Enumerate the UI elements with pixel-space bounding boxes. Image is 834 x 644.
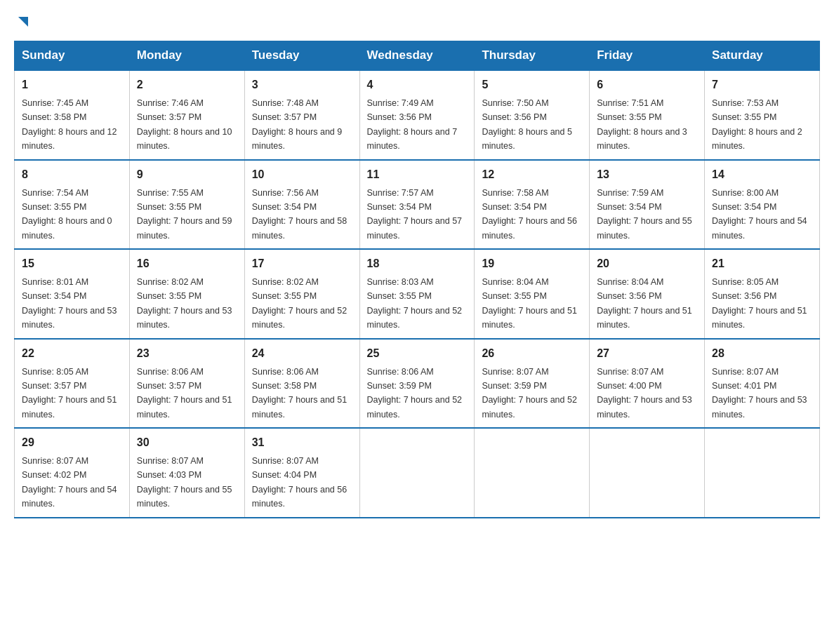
calendar-cell: 10 Sunrise: 7:56 AMSunset: 3:54 PMDaylig… xyxy=(244,160,359,250)
calendar-cell: 19 Sunrise: 8:04 AMSunset: 3:55 PMDaylig… xyxy=(475,249,590,339)
calendar-cell: 3 Sunrise: 7:48 AMSunset: 3:57 PMDayligh… xyxy=(244,70,359,160)
calendar-cell: 28 Sunrise: 8:07 AMSunset: 4:01 PMDaylig… xyxy=(705,339,820,429)
weekday-header-monday: Monday xyxy=(129,41,244,71)
calendar-cell xyxy=(590,428,705,518)
day-info: Sunrise: 7:51 AMSunset: 3:55 PMDaylight:… xyxy=(597,98,687,151)
day-number: 16 xyxy=(137,255,237,272)
day-info: Sunrise: 7:45 AMSunset: 3:58 PMDaylight:… xyxy=(22,98,117,151)
day-info: Sunrise: 8:05 AMSunset: 3:57 PMDaylight:… xyxy=(22,367,117,420)
day-info: Sunrise: 8:03 AMSunset: 3:55 PMDaylight:… xyxy=(367,277,463,330)
calendar-cell: 24 Sunrise: 8:06 AMSunset: 3:58 PMDaylig… xyxy=(244,339,359,429)
weekday-header-thursday: Thursday xyxy=(475,41,590,71)
day-number: 17 xyxy=(252,255,352,272)
week-row-1: 1 Sunrise: 7:45 AMSunset: 3:58 PMDayligh… xyxy=(15,70,820,160)
week-row-5: 29 Sunrise: 8:07 AMSunset: 4:02 PMDaylig… xyxy=(15,428,820,518)
calendar-cell: 15 Sunrise: 8:01 AMSunset: 3:54 PMDaylig… xyxy=(15,249,130,339)
logo xyxy=(14,14,31,29)
calendar-cell: 22 Sunrise: 8:05 AMSunset: 3:57 PMDaylig… xyxy=(15,339,130,429)
day-info: Sunrise: 8:06 AMSunset: 3:57 PMDaylight:… xyxy=(137,367,232,420)
calendar-cell: 31 Sunrise: 8:07 AMSunset: 4:04 PMDaylig… xyxy=(244,428,359,518)
day-info: Sunrise: 7:56 AMSunset: 3:54 PMDaylight:… xyxy=(252,188,348,241)
calendar-cell: 9 Sunrise: 7:55 AMSunset: 3:55 PMDayligh… xyxy=(129,160,244,250)
day-info: Sunrise: 8:07 AMSunset: 3:59 PMDaylight:… xyxy=(482,367,577,420)
day-number: 19 xyxy=(482,255,582,272)
day-info: Sunrise: 8:07 AMSunset: 4:04 PMDaylight:… xyxy=(252,456,348,509)
day-info: Sunrise: 8:07 AMSunset: 4:01 PMDaylight:… xyxy=(712,367,807,420)
day-info: Sunrise: 8:07 AMSunset: 4:02 PMDaylight:… xyxy=(22,456,117,509)
page-header xyxy=(14,14,820,29)
day-number: 20 xyxy=(597,255,697,272)
calendar-cell: 4 Sunrise: 7:49 AMSunset: 3:56 PMDayligh… xyxy=(359,70,475,160)
week-row-3: 15 Sunrise: 8:01 AMSunset: 3:54 PMDaylig… xyxy=(15,249,820,339)
weekday-header-sunday: Sunday xyxy=(15,41,130,71)
day-number: 10 xyxy=(252,166,352,183)
calendar-cell xyxy=(359,428,475,518)
day-info: Sunrise: 7:53 AMSunset: 3:55 PMDaylight:… xyxy=(712,98,802,151)
day-number: 14 xyxy=(712,166,812,183)
day-number: 23 xyxy=(137,345,237,362)
day-info: Sunrise: 8:06 AMSunset: 3:59 PMDaylight:… xyxy=(367,367,463,420)
day-info: Sunrise: 7:59 AMSunset: 3:54 PMDaylight:… xyxy=(597,188,692,241)
calendar-cell: 25 Sunrise: 8:06 AMSunset: 3:59 PMDaylig… xyxy=(359,339,475,429)
calendar-cell: 20 Sunrise: 8:04 AMSunset: 3:56 PMDaylig… xyxy=(590,249,705,339)
calendar-cell: 7 Sunrise: 7:53 AMSunset: 3:55 PMDayligh… xyxy=(705,70,820,160)
day-number: 6 xyxy=(597,76,697,93)
calendar-cell: 12 Sunrise: 7:58 AMSunset: 3:54 PMDaylig… xyxy=(475,160,590,250)
day-number: 12 xyxy=(482,166,582,183)
calendar-cell: 13 Sunrise: 7:59 AMSunset: 3:54 PMDaylig… xyxy=(590,160,705,250)
day-number: 3 xyxy=(252,76,352,93)
day-info: Sunrise: 8:00 AMSunset: 3:54 PMDaylight:… xyxy=(712,188,807,241)
calendar-cell: 8 Sunrise: 7:54 AMSunset: 3:55 PMDayligh… xyxy=(15,160,130,250)
calendar-cell: 5 Sunrise: 7:50 AMSunset: 3:56 PMDayligh… xyxy=(475,70,590,160)
day-number: 27 xyxy=(597,345,697,362)
day-number: 30 xyxy=(137,434,237,451)
calendar-cell: 23 Sunrise: 8:06 AMSunset: 3:57 PMDaylig… xyxy=(129,339,244,429)
day-info: Sunrise: 8:07 AMSunset: 4:00 PMDaylight:… xyxy=(597,367,692,420)
day-number: 5 xyxy=(482,76,582,93)
day-info: Sunrise: 7:54 AMSunset: 3:55 PMDaylight:… xyxy=(22,188,112,241)
day-number: 9 xyxy=(137,166,237,183)
day-info: Sunrise: 7:57 AMSunset: 3:54 PMDaylight:… xyxy=(367,188,463,241)
day-info: Sunrise: 8:05 AMSunset: 3:56 PMDaylight:… xyxy=(712,277,807,330)
day-number: 25 xyxy=(367,345,468,362)
calendar-cell: 2 Sunrise: 7:46 AMSunset: 3:57 PMDayligh… xyxy=(129,70,244,160)
day-number: 21 xyxy=(712,255,812,272)
day-info: Sunrise: 8:01 AMSunset: 3:54 PMDaylight:… xyxy=(22,277,117,330)
weekday-header-tuesday: Tuesday xyxy=(244,41,359,71)
day-number: 24 xyxy=(252,345,352,362)
day-info: Sunrise: 7:49 AMSunset: 3:56 PMDaylight:… xyxy=(367,98,458,151)
day-number: 18 xyxy=(367,255,468,272)
day-number: 2 xyxy=(137,76,237,93)
weekday-header-wednesday: Wednesday xyxy=(359,41,475,71)
day-info: Sunrise: 7:50 AMSunset: 3:56 PMDaylight:… xyxy=(482,98,572,151)
calendar-cell xyxy=(705,428,820,518)
day-info: Sunrise: 8:02 AMSunset: 3:55 PMDaylight:… xyxy=(252,277,348,330)
day-number: 1 xyxy=(22,76,122,93)
day-number: 8 xyxy=(22,166,122,183)
calendar-cell: 16 Sunrise: 8:02 AMSunset: 3:55 PMDaylig… xyxy=(129,249,244,339)
calendar-cell: 1 Sunrise: 7:45 AMSunset: 3:58 PMDayligh… xyxy=(15,70,130,160)
week-row-2: 8 Sunrise: 7:54 AMSunset: 3:55 PMDayligh… xyxy=(15,160,820,250)
calendar-cell: 11 Sunrise: 7:57 AMSunset: 3:54 PMDaylig… xyxy=(359,160,475,250)
weekday-header-friday: Friday xyxy=(590,41,705,71)
calendar-cell: 6 Sunrise: 7:51 AMSunset: 3:55 PMDayligh… xyxy=(590,70,705,160)
calendar-cell: 30 Sunrise: 8:07 AMSunset: 4:03 PMDaylig… xyxy=(129,428,244,518)
calendar-cell: 26 Sunrise: 8:07 AMSunset: 3:59 PMDaylig… xyxy=(475,339,590,429)
day-info: Sunrise: 7:58 AMSunset: 3:54 PMDaylight:… xyxy=(482,188,577,241)
day-number: 29 xyxy=(22,434,122,451)
calendar-cell xyxy=(475,428,590,518)
day-number: 13 xyxy=(597,166,697,183)
calendar-cell: 17 Sunrise: 8:02 AMSunset: 3:55 PMDaylig… xyxy=(244,249,359,339)
day-info: Sunrise: 8:02 AMSunset: 3:55 PMDaylight:… xyxy=(137,277,232,330)
day-number: 31 xyxy=(252,434,352,451)
day-info: Sunrise: 7:55 AMSunset: 3:55 PMDaylight:… xyxy=(137,188,232,241)
day-number: 26 xyxy=(482,345,582,362)
calendar-cell: 21 Sunrise: 8:05 AMSunset: 3:56 PMDaylig… xyxy=(705,249,820,339)
day-number: 4 xyxy=(367,76,468,93)
day-number: 15 xyxy=(22,255,122,272)
day-info: Sunrise: 8:07 AMSunset: 4:03 PMDaylight:… xyxy=(137,456,232,509)
calendar-cell: 29 Sunrise: 8:07 AMSunset: 4:02 PMDaylig… xyxy=(15,428,130,518)
logo-triangle-icon xyxy=(15,14,31,29)
day-number: 22 xyxy=(22,345,122,362)
day-info: Sunrise: 8:04 AMSunset: 3:56 PMDaylight:… xyxy=(597,277,692,330)
